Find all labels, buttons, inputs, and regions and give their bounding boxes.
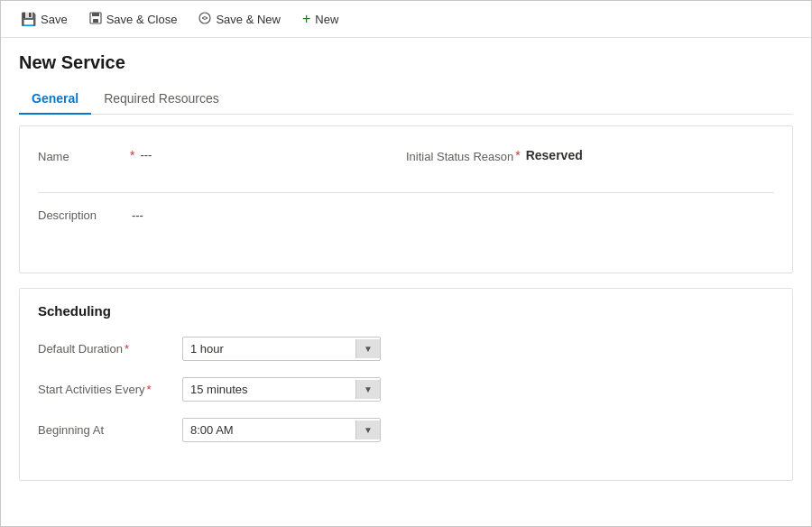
page-content: New Service General Required Resources N… (1, 38, 811, 526)
form-divider (38, 192, 774, 193)
name-value[interactable]: --- (140, 148, 152, 162)
description-field: Description --- (20, 200, 792, 236)
beginning-at-label: Beginning At (38, 423, 182, 437)
save-new-button[interactable]: Save & New (189, 7, 290, 32)
default-duration-field: Default Duration* 1 hour ▼ (38, 337, 774, 361)
start-activities-label: Start Activities Every* (38, 383, 182, 396)
toolbar: 💾 Save Save & Close Save & New (1, 1, 811, 38)
description-value[interactable]: --- (132, 208, 143, 222)
beginning-at-value: 8:00 AM (183, 419, 355, 441)
name-label: Name (38, 148, 128, 163)
save-close-icon (89, 12, 102, 27)
beginning-at-dropdown-arrow[interactable]: ▼ (355, 421, 380, 439)
name-required-asterisk: * (130, 148, 134, 162)
default-duration-value: 1 hour (183, 337, 355, 360)
save-new-label: Save & New (216, 13, 281, 26)
scheduling-section: Scheduling Default Duration* 1 hour ▼ St… (19, 288, 793, 481)
save-new-icon (198, 12, 211, 27)
scheduling-title: Scheduling (38, 303, 774, 319)
start-activities-required: * (146, 383, 151, 396)
default-duration-required: * (125, 342, 129, 356)
default-duration-select[interactable]: 1 hour ▼ (182, 337, 381, 361)
form-grid: Name * --- Initial Status Reason * Reser… (20, 126, 792, 185)
tabs-bar: General Required Resources (19, 84, 793, 115)
beginning-at-field: Beginning At 8:00 AM ▼ (38, 418, 774, 442)
new-button[interactable]: + New (293, 6, 347, 32)
start-activities-value: 15 minutes (183, 378, 355, 401)
start-activities-dropdown-arrow[interactable]: ▼ (355, 380, 380, 399)
description-label: Description (38, 208, 128, 222)
save-icon: 💾 (21, 12, 36, 26)
svg-point-3 (199, 13, 210, 23)
form-spacer (20, 236, 792, 273)
initial-status-reason-label: Initial Status Reason (406, 148, 513, 163)
tab-required-resources[interactable]: Required Resources (91, 84, 232, 115)
default-duration-dropdown-arrow[interactable]: ▼ (355, 339, 380, 358)
initial-status-reason-field: Initial Status Reason * Reserved (406, 141, 774, 171)
tab-general[interactable]: General (19, 84, 91, 115)
svg-rect-1 (92, 13, 99, 16)
beginning-at-select[interactable]: 8:00 AM ▼ (182, 418, 381, 442)
start-activities-field: Start Activities Every* 15 minutes ▼ (38, 377, 774, 402)
general-form-section: Name * --- Initial Status Reason * Reser… (19, 125, 793, 273)
initial-status-reason-value[interactable]: Reserved (526, 148, 583, 162)
save-label: Save (41, 13, 68, 26)
app-container: 💾 Save Save & Close Save & New (0, 0, 812, 527)
new-icon: + (302, 11, 310, 27)
initial-status-reason-required-asterisk: * (515, 148, 520, 162)
page-title: New Service (19, 52, 793, 73)
new-label: New (315, 13, 338, 26)
save-close-button[interactable]: Save & Close (80, 7, 187, 32)
save-button[interactable]: 💾 Save (12, 7, 77, 31)
name-field: Name * --- (38, 141, 406, 171)
svg-rect-2 (93, 19, 98, 23)
save-close-label: Save & Close (106, 13, 178, 26)
start-activities-select[interactable]: 15 minutes ▼ (182, 377, 381, 402)
default-duration-label: Default Duration* (38, 342, 182, 356)
